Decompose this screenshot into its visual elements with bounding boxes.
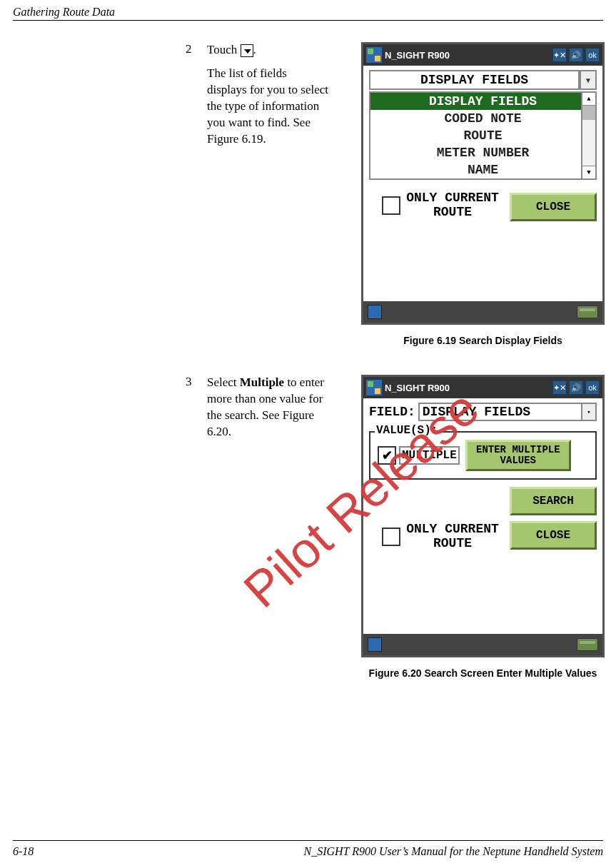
step-2-body: Touch . The list of fields displays for … [207, 42, 328, 148]
step-2-para: The list of fields displays for you to s… [207, 66, 328, 148]
windows-icon[interactable] [366, 380, 382, 395]
keyboard-icon[interactable] [577, 638, 598, 651]
multiple-wrap: ✔ MULTIPLE [378, 446, 460, 465]
dropdown-selected: DISPLAY FIELDS [369, 70, 580, 90]
titlebar-right: ✦✕ 🔊 ok [552, 48, 600, 62]
select-prefix: Select [207, 375, 240, 389]
touch-prefix: Touch [207, 43, 241, 56]
connectivity-icon[interactable]: ✦✕ [552, 48, 567, 62]
only-current-route-label: ONLY CURRENT ROUTE [406, 191, 499, 220]
screen-body-1: DISPLAY FIELDS ▼ DISPLAY FIELDS CODED NO… [363, 66, 602, 301]
screen-body-2: FIELD: DISPLAY FIELDS ▾ VALUE(S): ✔ MULT… [363, 398, 602, 634]
step-3-number: 3 [186, 375, 204, 389]
select-bold: Multiple [240, 375, 284, 389]
list-item-route[interactable]: ROUTE [370, 127, 595, 144]
chevron-down-icon[interactable]: ▾ [581, 404, 595, 420]
chevron-down-icon[interactable]: ▼ [580, 70, 597, 90]
ok-button[interactable]: ok [585, 48, 600, 62]
only-current-route-checkbox-2[interactable] [382, 528, 400, 546]
app-title: N_SIGHT R900 [385, 50, 450, 61]
header-rule [13, 20, 603, 21]
search-button[interactable]: SEARCH [510, 487, 597, 515]
page-content: 2 Touch . The list of fields displays fo… [0, 42, 616, 679]
ok-button-2[interactable]: ok [585, 380, 600, 395]
titlebar-left: N_SIGHT R900 [366, 47, 450, 63]
values-legend: VALUE(S): [375, 424, 439, 437]
list-item-name[interactable]: NAME [370, 161, 595, 178]
values-section: VALUE(S): ✔ MULTIPLE ENTER MULTIPLE VALU… [369, 431, 597, 480]
field-dropdown[interactable]: DISPLAY FIELDS ▾ [418, 403, 597, 421]
volume-icon[interactable]: 🔊 [569, 48, 583, 62]
only-current-route-row-2: ONLY CURRENT ROUTE [369, 523, 499, 551]
titlebar-2: N_SIGHT R900 ✦✕ 🔊 ok [363, 377, 602, 398]
close-button[interactable]: CLOSE [510, 193, 597, 221]
figure-6-20: N_SIGHT R900 ✦✕ 🔊 ok FIELD: DISPLAY FIEL… [361, 375, 605, 657]
step-2-text: 2 Touch . The list of fields displays fo… [0, 42, 328, 148]
figure-6-20-wrap: N_SIGHT R900 ✦✕ 🔊 ok FIELD: DISPLAY FIEL… [361, 375, 605, 679]
multiple-label: MULTIPLE [399, 446, 460, 465]
field-label: FIELD: [369, 405, 415, 419]
windows-icon[interactable] [366, 47, 382, 63]
start-icon[interactable] [368, 637, 382, 652]
touch-suffix: . [253, 43, 256, 56]
titlebar: N_SIGHT R900 ✦✕ 🔊 ok [363, 44, 602, 66]
connectivity-icon[interactable]: ✦✕ [552, 380, 567, 395]
scroll-up-icon[interactable]: ▲ [582, 93, 595, 106]
figure-6-19: N_SIGHT R900 ✦✕ 🔊 ok DISPLAY FIELDS ▼ [361, 42, 605, 325]
taskbar [363, 301, 602, 323]
figure-6-19-caption: Figure 6.19 Search Display Fields [361, 335, 605, 346]
step-3-text: 3 Select Multiple to enter more than one… [0, 375, 328, 440]
list-item-coded-note[interactable]: CODED NOTE [370, 110, 595, 127]
only-current-route-label-2: ONLY CURRENT ROUTE [406, 523, 499, 551]
figure-6-20-caption: Figure 6.20 Search Screen Enter Multiple… [361, 667, 605, 679]
step-2-number: 2 [186, 42, 204, 56]
fields-listbox[interactable]: DISPLAY FIELDS CODED NOTE ROUTE METER NU… [369, 91, 597, 180]
figure-6-19-wrap: N_SIGHT R900 ✦✕ 🔊 ok DISPLAY FIELDS ▼ [361, 42, 605, 346]
running-header: Gathering Route Data [0, 0, 616, 20]
scroll-down-icon[interactable]: ▼ [582, 166, 595, 178]
dropdown-icon [241, 44, 253, 57]
page-footer: 6-18 N_SIGHT R900 User’s Manual for the … [0, 840, 616, 868]
app-title-2: N_SIGHT R900 [385, 383, 450, 393]
close-button-2[interactable]: CLOSE [510, 521, 597, 550]
titlebar-left-2: N_SIGHT R900 [366, 380, 450, 395]
page-number: 6-18 [13, 845, 34, 858]
footer-rule [13, 840, 603, 841]
step-3-body: Select Multiple to enter more than one v… [207, 375, 328, 440]
display-fields-dropdown[interactable]: DISPLAY FIELDS ▼ [369, 70, 597, 90]
footer-row: 6-18 N_SIGHT R900 User’s Manual for the … [13, 845, 603, 858]
scroll-thumb[interactable] [582, 106, 595, 120]
titlebar-right-2: ✦✕ 🔊 ok [552, 380, 600, 395]
scroll-track[interactable] [582, 120, 595, 166]
step-2-block: 2 Touch . The list of fields displays fo… [0, 42, 616, 346]
header-title: Gathering Route Data [13, 6, 115, 18]
listbox-items: DISPLAY FIELDS CODED NOTE ROUTE METER NU… [370, 93, 595, 178]
field-row: FIELD: DISPLAY FIELDS ▾ [369, 403, 597, 421]
list-item-display-fields[interactable]: DISPLAY FIELDS [370, 93, 595, 110]
footer-title: N_SIGHT R900 User’s Manual for the Neptu… [303, 845, 603, 858]
start-icon[interactable] [368, 305, 382, 319]
step-3-block: 3 Select Multiple to enter more than one… [0, 375, 616, 679]
taskbar-2 [363, 634, 602, 655]
listbox-scrollbar[interactable]: ▲ ▼ [581, 93, 595, 178]
list-item-meter-number[interactable]: METER NUMBER [370, 144, 595, 161]
only-current-route-checkbox[interactable] [382, 196, 400, 215]
multiple-checkbox[interactable]: ✔ [378, 446, 396, 465]
check-icon: ✔ [382, 449, 393, 462]
enter-multiple-values-button[interactable]: ENTER MULTIPLE VALUES [465, 440, 571, 471]
right-buttons: SEARCH CLOSE [510, 487, 597, 550]
field-value: DISPLAY FIELDS [423, 405, 530, 419]
volume-icon[interactable]: 🔊 [569, 380, 583, 395]
keyboard-icon[interactable] [577, 306, 598, 318]
